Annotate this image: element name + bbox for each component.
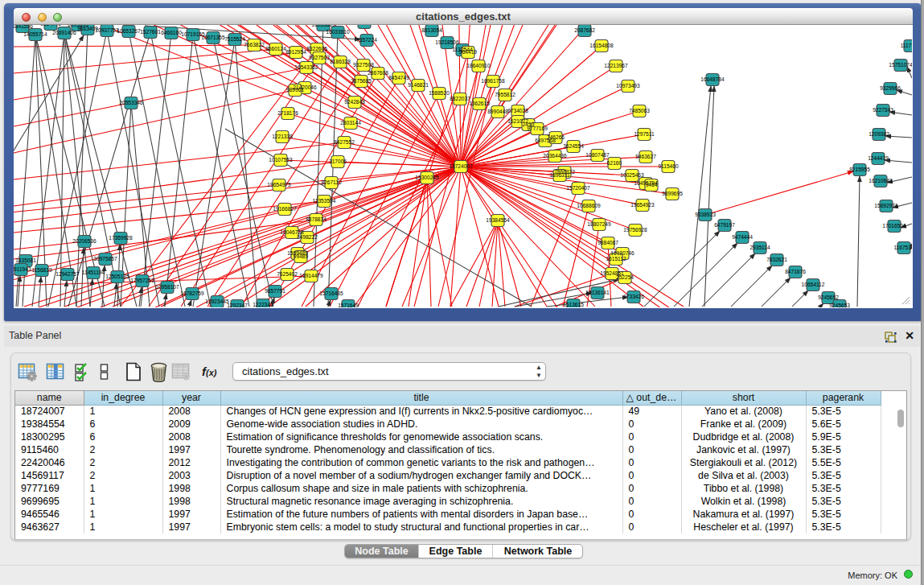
svg-text:10107553: 10107553 [269,157,293,163]
svg-text:12505135: 12505135 [105,274,129,279]
svg-text:12213967: 12213967 [604,63,628,68]
svg-text:252254: 252254 [616,274,634,280]
svg-text:9338923: 9338923 [695,212,716,217]
svg-text:19166827: 19166827 [273,206,297,212]
svg-text:19654923: 19654923 [630,202,655,208]
svg-text:9857791: 9857791 [265,288,285,294]
svg-text:2935114: 2935114 [749,245,770,250]
svg-text:1588520: 1588520 [429,90,450,96]
svg-text:9245652: 9245652 [818,295,839,300]
svg-text:10807487: 10807487 [585,152,610,158]
svg-text:15136141: 15136141 [585,290,610,295]
svg-text:10654112: 10654112 [802,282,825,287]
svg-text:18724007: 18724007 [449,163,473,169]
svg-text:9777169: 9777169 [527,126,548,131]
svg-text:8186328: 8186328 [330,59,351,64]
svg-text:9242848: 9242848 [344,99,365,105]
svg-text:11353594: 11353594 [313,198,336,204]
svg-text:16543362: 16543362 [294,64,318,70]
svg-text:1527601: 1527601 [140,29,161,35]
svg-text:1615112: 1615112 [606,256,626,262]
svg-text:15300245: 15300245 [415,175,439,180]
svg-text:16782759: 16782759 [180,290,204,296]
svg-text:8990448: 8990448 [487,109,508,114]
svg-text:20206536: 20206536 [72,238,97,244]
svg-text:2718176: 2718176 [277,110,298,116]
svg-text:10688609: 10688609 [577,203,601,208]
svg-text:2803144: 2803144 [340,120,361,126]
svg-text:8660124: 8660124 [265,46,286,51]
svg-text:19384554: 19384554 [486,217,510,223]
svg-text:1156819: 1156819 [31,267,52,273]
svg-text:1841556: 1841556 [14,25,33,29]
svg-text:8454749: 8454749 [388,75,409,80]
svg-text:10937753: 10937753 [95,27,119,33]
svg-text:2087682: 2087682 [574,27,595,33]
svg-text:964419: 964419 [459,49,477,55]
svg-text:17957253: 17957253 [130,278,154,283]
svg-text:7515524: 7515524 [224,36,245,42]
svg-text:8322037: 8322037 [450,96,470,101]
svg-text:19654975: 19654975 [267,182,291,187]
svg-text:317006: 317006 [329,159,347,164]
svg-text:1244419: 1244419 [868,155,889,161]
svg-text:9327508: 9327508 [353,62,374,68]
svg-text:9327503: 9327503 [309,55,330,60]
svg-text:3624554: 3624554 [563,143,584,149]
svg-text:9329966: 9329966 [880,85,901,91]
svg-text:1571649: 1571649 [338,303,359,307]
svg-text:7485063: 7485063 [629,108,650,113]
svg-text:9146821: 9146821 [408,82,429,88]
svg-text:15720407: 15720407 [566,185,590,191]
svg-text:8215955: 8215955 [849,167,870,172]
svg-text:3498222: 3498222 [297,234,318,240]
svg-text:9464: 9464 [646,182,658,187]
svg-text:10025463: 10025463 [620,172,644,178]
svg-text:7832621: 7832621 [766,257,787,262]
svg-text:8912954: 8912954 [285,49,306,55]
svg-text:19756928: 19756928 [623,227,647,233]
svg-text:1733426: 1733426 [623,294,644,299]
svg-text:1513615: 1513615 [563,302,584,307]
svg-text:1896311: 1896311 [549,172,570,178]
svg-text:1209382: 1209382 [869,131,889,137]
svg-text:9474444: 9474444 [732,234,753,240]
svg-text:6479197: 6479197 [714,222,735,228]
svg-text:10958107: 10958107 [155,284,179,290]
svg-text:15692971: 15692971 [874,203,898,208]
svg-text:9227343: 9227343 [873,107,893,113]
svg-text:16961758: 16961758 [481,78,505,84]
svg-text:1222345: 1222345 [253,302,273,307]
svg-text:8322605: 8322605 [306,46,327,51]
svg-text:7663822: 7663822 [244,42,265,47]
svg-text:16671355: 16671355 [201,35,225,40]
svg-text:17359928: 17359928 [109,235,133,241]
svg-text:7357224: 7357224 [356,37,377,43]
svg-text:8267110: 8267110 [321,179,342,185]
svg-text:9115460: 9115460 [658,163,679,169]
svg-text:15716485: 15716485 [319,290,343,296]
svg-text:7955812: 7955812 [495,92,515,97]
svg-text:9884067: 9884067 [598,240,618,245]
svg-text:989961: 989961 [286,87,304,93]
svg-text:8878834: 8878834 [306,216,326,222]
svg-text:14055714: 14055714 [23,31,47,37]
svg-text:16648784: 16648784 [700,76,725,82]
svg-text:6734028: 6734028 [507,108,528,113]
svg-text:1335081: 1335081 [15,257,36,263]
svg-text:7625402: 7625402 [277,271,298,277]
svg-text:8471676: 8471676 [785,269,806,274]
svg-text:16210643: 16210643 [869,178,893,183]
svg-text:1362615: 1362615 [469,101,490,106]
svg-text:8427552: 8427552 [334,139,355,145]
svg-text:99489: 99489 [294,253,309,259]
svg-text:18640910: 18640910 [466,63,491,68]
svg-text:16033810: 16033810 [326,29,350,35]
svg-text:1117799: 1117799 [901,43,912,48]
svg-text:1167533: 1167533 [893,245,912,250]
svg-text:9899695: 9899695 [662,191,683,196]
svg-text:16154808: 16154808 [589,43,614,48]
svg-text:20553346: 20553346 [119,100,143,105]
svg-text:9463627: 9463627 [635,154,656,159]
svg-text:17016504: 17016504 [882,223,906,229]
